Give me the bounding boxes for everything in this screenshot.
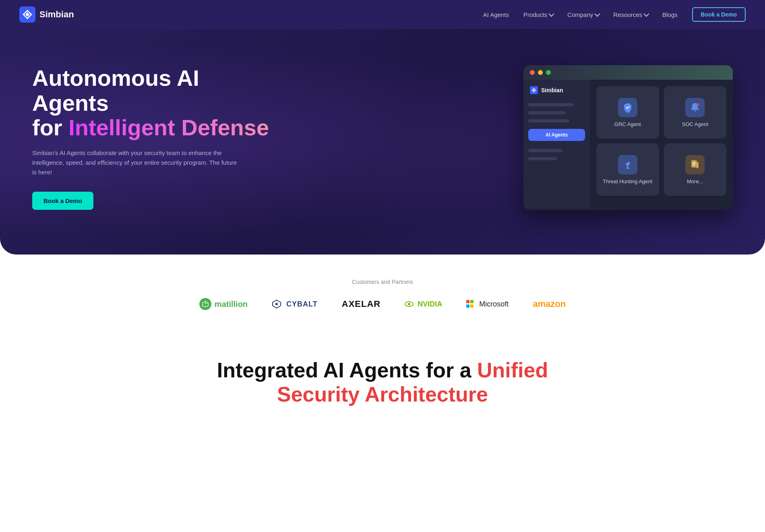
svg-point-4 <box>697 103 700 106</box>
partners-title: Customers and Partners <box>32 279 733 285</box>
hero-title-accent: Intelligent Defense <box>68 115 269 140</box>
hero-left: Autonomous AI Agents for Intelligent Def… <box>32 66 274 210</box>
window-maximize-dot <box>546 70 551 75</box>
sidebar-line-5 <box>528 157 557 160</box>
cybalt-icon <box>272 299 281 309</box>
matillion-logo: matillion <box>199 298 248 310</box>
microsoft-squares-icon <box>466 300 474 308</box>
sidebar-logo: Simbian <box>528 86 585 94</box>
navbar: Simbian AI Agents Products Company Resou… <box>0 0 765 29</box>
soc-agent-label: SOC Agent <box>682 121 708 127</box>
matillion-icon <box>199 298 211 310</box>
nvidia-logo: NVIDIA <box>405 300 442 308</box>
company-chevron-icon <box>595 11 600 17</box>
app-window: Simbian AI Agents <box>523 65 733 210</box>
nav-company[interactable]: Company <box>567 11 599 18</box>
sidebar-line-1 <box>528 103 574 106</box>
svg-point-16 <box>275 303 278 305</box>
sidebar-line-4 <box>528 149 562 152</box>
svg-point-8 <box>628 162 630 164</box>
navbar-logo-text: Simbian <box>39 9 74 20</box>
svg-rect-10 <box>697 162 699 168</box>
hero-right: Simbian AI Agents <box>274 65 733 210</box>
more-agents-icon <box>685 155 705 174</box>
bottom-title: Integrated AI Agents for a Unified Secur… <box>32 358 733 407</box>
soc-agent-icon <box>685 98 705 117</box>
shield-icon <box>622 102 633 113</box>
svg-point-1 <box>26 13 29 16</box>
nav-ai-agents[interactable]: AI Agents <box>483 11 509 18</box>
axelar-logo: AXELAR <box>342 299 380 309</box>
navbar-logo[interactable]: Simbian <box>19 6 74 23</box>
window-body: Simbian AI Agents <box>523 80 733 209</box>
sidebar-ai-agents-tab[interactable]: AI Agents <box>528 129 585 141</box>
window-close-dot <box>530 70 535 75</box>
nav-book-demo-button[interactable]: Book a Demo <box>692 7 746 22</box>
hero-book-demo-button[interactable]: Book a Demo <box>32 192 93 210</box>
cybalt-text: CYBALT <box>286 300 318 308</box>
sidebar-line-3 <box>528 119 569 122</box>
nvidia-eye-icon <box>405 301 414 307</box>
hero-subtitle: Simbian's AI Agents collaborate with you… <box>32 148 242 177</box>
more-agents-label: More... <box>687 178 703 184</box>
document-icon <box>690 159 700 170</box>
simbian-logo-icon <box>19 6 35 23</box>
nav-products[interactable]: Products <box>523 11 553 18</box>
svg-point-3 <box>533 89 535 91</box>
grc-agent-label: GRC Agent <box>614 121 641 127</box>
sidebar-logo-icon <box>530 86 538 94</box>
bottom-title-line2: Security Architecture <box>277 383 488 406</box>
window-sidebar: Simbian AI Agents <box>523 80 590 209</box>
window-titlebar <box>523 65 733 80</box>
threat-hunting-agent-card[interactable]: Threat Hunting Agent <box>596 143 659 196</box>
grc-agent-card[interactable]: GRC Agent <box>596 86 659 139</box>
bottom-section: Integrated AI Agents for a Unified Secur… <box>0 334 765 415</box>
bell-icon <box>690 102 700 113</box>
sidebar-line-2 <box>528 111 565 114</box>
window-minimize-dot <box>538 70 543 75</box>
resources-chevron-icon <box>643 11 649 17</box>
partners-section: Customers and Partners matillion CYBALT … <box>0 255 765 334</box>
microsoft-text: Microsoft <box>479 300 509 308</box>
axelar-text: AXELAR <box>342 299 380 309</box>
sidebar-logo-text: Simbian <box>541 87 563 93</box>
nav-resources[interactable]: Resources <box>613 11 648 18</box>
telescope-icon <box>622 159 633 170</box>
nav-blogs[interactable]: Blogs <box>662 11 678 18</box>
cybalt-logo: CYBALT <box>272 299 318 309</box>
bottom-title-accent: Unified <box>477 358 548 382</box>
more-agents-card[interactable]: More... <box>664 143 727 196</box>
threat-hunting-agent-icon <box>618 155 637 174</box>
navbar-links: AI Agents Products Company Resources Blo… <box>483 7 746 22</box>
matillion-svg-icon <box>202 300 209 308</box>
amazon-logo: amazon <box>533 299 566 309</box>
hero-section: Autonomous AI Agents for Intelligent Def… <box>0 29 765 255</box>
products-chevron-icon <box>548 11 554 17</box>
window-content: GRC Agent SOC Agent <box>590 80 733 209</box>
grc-agent-icon <box>618 98 637 117</box>
threat-hunting-agent-label: Threat Hunting Agent <box>603 178 652 184</box>
hero-title: Autonomous AI Agents for Intelligent Def… <box>32 66 274 140</box>
amazon-text: amazon <box>533 299 566 309</box>
matillion-text: matillion <box>215 300 248 309</box>
microsoft-logo: Microsoft <box>466 300 509 308</box>
nvidia-text: NVIDIA <box>418 300 442 308</box>
soc-agent-card[interactable]: SOC Agent <box>664 86 727 139</box>
partners-logos: matillion CYBALT AXELAR NVIDIA <box>32 298 733 310</box>
